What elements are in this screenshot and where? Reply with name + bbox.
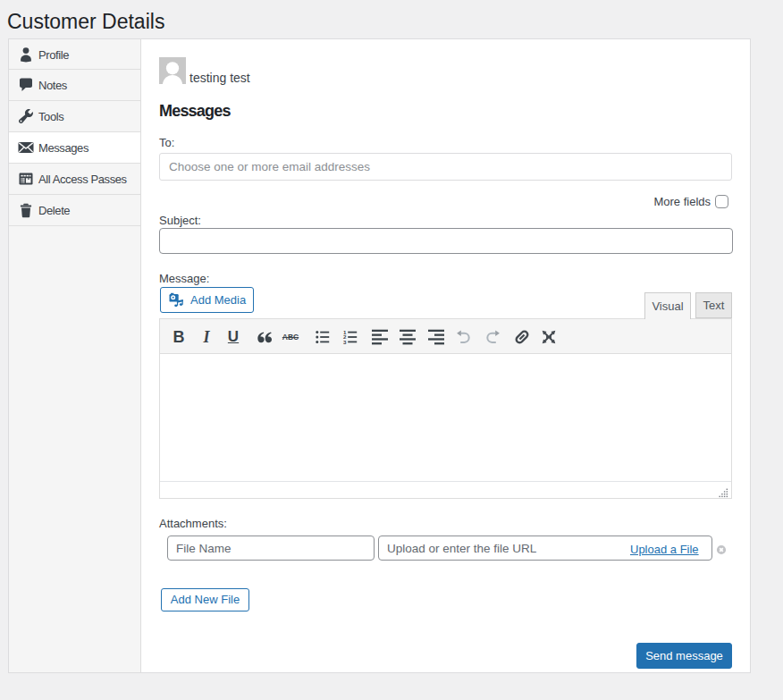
svg-text:3: 3 (343, 339, 347, 345)
